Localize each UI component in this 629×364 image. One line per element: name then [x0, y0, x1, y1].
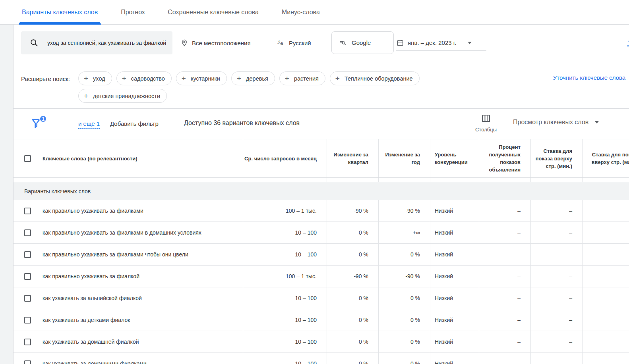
plus-icon: + — [84, 75, 88, 82]
header-label: Ставка для показа вверху стр. (макс.) — [583, 151, 629, 166]
row-checkbox[interactable] — [24, 208, 31, 214]
add-filter-button[interactable]: Добавить фильтр — [110, 120, 159, 127]
columns-icon — [481, 114, 491, 123]
chip-label: деревья — [246, 75, 268, 82]
tab-negative-keywords[interactable]: Минус-слова — [282, 0, 320, 25]
row-checkbox[interactable] — [24, 229, 31, 236]
header-competition[interactable]: Уровень конкуренции — [430, 139, 479, 177]
qoq-change-value: 0 % — [327, 353, 378, 364]
yoy-change-value: 0 % — [378, 287, 430, 309]
row-checkbox[interactable] — [24, 273, 31, 280]
more-filters-link[interactable]: и ещё 1 — [78, 120, 100, 129]
header-avg-monthly-searches[interactable]: Ср. число запросов в месяц — [243, 139, 327, 177]
tab-forecast[interactable]: Прогноз — [121, 0, 145, 25]
header-top-bid-low[interactable]: Ставка для показа вверху стр. (мин.) — [530, 139, 582, 177]
add-keyword-chip[interactable]: + садоводство — [116, 71, 172, 85]
columns-button[interactable]: Столбцы — [473, 114, 499, 133]
add-keyword-chip[interactable]: + растения — [279, 71, 325, 85]
filter-funnel-button[interactable]: 1 — [30, 117, 46, 133]
chip-label: растения — [294, 75, 319, 82]
competition-value: Низкий — [430, 287, 479, 309]
table-body: как правильно ухаживать за фиалками 100 … — [14, 200, 629, 364]
avg-monthly-searches-value: 10 – 100 — [243, 353, 327, 364]
keyword-ideas-section-label: Варианты ключевых слов — [14, 182, 629, 200]
keyword-text: как правильно ухаживать за фиалками в до… — [43, 229, 201, 236]
download-button[interactable] — [625, 37, 629, 49]
add-keyword-chip[interactable]: + деревья — [231, 71, 275, 85]
language-selector[interactable]: 文A Русский — [277, 25, 311, 61]
refine-keywords-link[interactable]: Уточнить ключевые слова — [550, 69, 629, 82]
add-keyword-chip[interactable]: + уход — [78, 71, 112, 85]
table-header-row: Ключевые слова (по релевантности) Ср. чи… — [14, 139, 629, 178]
date-range-selector[interactable]: янв. – дек. 2023 г. — [396, 35, 486, 51]
header-top-bid-high[interactable]: Ставка для показа вверху стр. (макс.) — [582, 139, 629, 177]
header-impression-share[interactable]: Процент полученных показов объявления — [479, 139, 530, 177]
language-label: Русский — [289, 40, 311, 46]
yoy-change-value: 0 % — [378, 244, 430, 265]
add-keyword-chip[interactable]: + детские принадлежности — [78, 89, 167, 103]
top-bid-low-value: – — [530, 266, 582, 287]
plus-icon: + — [237, 75, 241, 82]
qoq-change-value: -90 % — [327, 200, 378, 221]
plus-icon: + — [122, 75, 126, 82]
table-row: как ухаживать за домашней фиалкой 10 – 1… — [14, 331, 629, 353]
location-selector[interactable]: Все местоположения — [181, 25, 251, 61]
chip-label: кустарники — [191, 75, 220, 82]
yoy-change-value: +∞ — [378, 222, 430, 243]
header-keywords: Ключевые слова (по релевантности) — [43, 155, 137, 162]
tab-keyword-ideas[interactable]: Варианты ключевых слов — [22, 0, 98, 25]
row-checkbox[interactable] — [24, 251, 31, 258]
header-label: Изменение за год — [379, 151, 420, 166]
header-label: Ставка для показа вверху стр. (мин.) — [531, 147, 572, 170]
location-label: Все местоположения — [192, 40, 251, 46]
header-yoy-change[interactable]: Изменение за год — [378, 139, 430, 177]
yoy-change-value: 0 % — [378, 309, 430, 331]
header-qoq-change[interactable]: Изменение за квартал — [327, 139, 378, 177]
top-bid-low-value: – — [530, 287, 582, 309]
table-row: как правильно ухаживать за фиалкой 100 –… — [14, 266, 629, 287]
impression-share-value: – — [479, 200, 530, 221]
translate-icon: 文A — [277, 39, 285, 46]
row-checkbox[interactable] — [24, 295, 31, 302]
network-label: Google — [352, 39, 371, 46]
search-network-icon — [339, 39, 347, 46]
header-label: Уровень конкуренции — [435, 151, 479, 166]
avg-monthly-searches-value: 10 – 100 — [243, 309, 327, 331]
avg-monthly-searches-value: 100 – 1 тыс. — [243, 200, 327, 221]
table-row: как ухаживать за домашними фиалками 10 –… — [14, 353, 629, 364]
avg-monthly-searches-value: 10 – 100 — [243, 287, 327, 309]
search-toolbar: уход за сенполией, как ухаживать за фиал… — [14, 25, 629, 61]
keyword-search-input[interactable]: уход за сенполией, как ухаживать за фиал… — [21, 31, 172, 54]
chip-label: Тепличное оборудование — [344, 75, 413, 82]
top-bid-high-value: – — [582, 200, 629, 221]
top-bid-high-value: – — [582, 353, 629, 364]
select-all-checkbox[interactable] — [24, 155, 31, 162]
header-label: Изменение за квартал — [327, 151, 368, 166]
impression-share-value: – — [479, 287, 530, 309]
row-checkbox[interactable] — [24, 339, 31, 345]
keyword-text: как ухаживать за детками фиалок — [43, 317, 130, 323]
row-checkbox[interactable] — [24, 360, 31, 364]
search-icon — [30, 39, 39, 47]
tab-saved-keywords[interactable]: Сохраненные ключевые слова — [168, 0, 259, 25]
table-row: как ухаживать за детками фиалок 10 – 100… — [14, 309, 629, 331]
filter-bar: 1 и ещё 1 Добавить фильтр Доступно 36 ва… — [14, 109, 629, 139]
page-background: уход за сенполией, как ухаживать за фиал… — [0, 25, 629, 364]
keywords-view-dropdown[interactable]: Просмотр ключевых слов — [513, 119, 599, 126]
tab-label: Сохраненные ключевые слова — [168, 9, 259, 16]
plus-icon: + — [285, 75, 289, 82]
tab-label: Варианты ключевых слов — [22, 9, 98, 16]
competition-value: Низкий — [430, 244, 479, 265]
avg-monthly-searches-value: 10 – 100 — [243, 244, 327, 265]
add-keyword-chip[interactable]: + кустарники — [176, 71, 227, 85]
network-selector[interactable]: Google — [331, 31, 394, 54]
keyword-text: как ухаживать за альпийской фиалкой — [43, 295, 142, 301]
avg-monthly-searches-value: 10 – 100 — [243, 222, 327, 243]
row-checkbox[interactable] — [24, 317, 31, 324]
chevron-down-icon — [468, 42, 472, 44]
add-keyword-chip[interactable]: + Тепличное оборудование — [330, 71, 420, 85]
table-row: как правильно ухаживать за фиалками 100 … — [14, 200, 629, 222]
impression-share-value: – — [479, 331, 530, 352]
competition-value: Низкий — [430, 200, 479, 221]
top-bid-high-value: – — [582, 244, 629, 265]
